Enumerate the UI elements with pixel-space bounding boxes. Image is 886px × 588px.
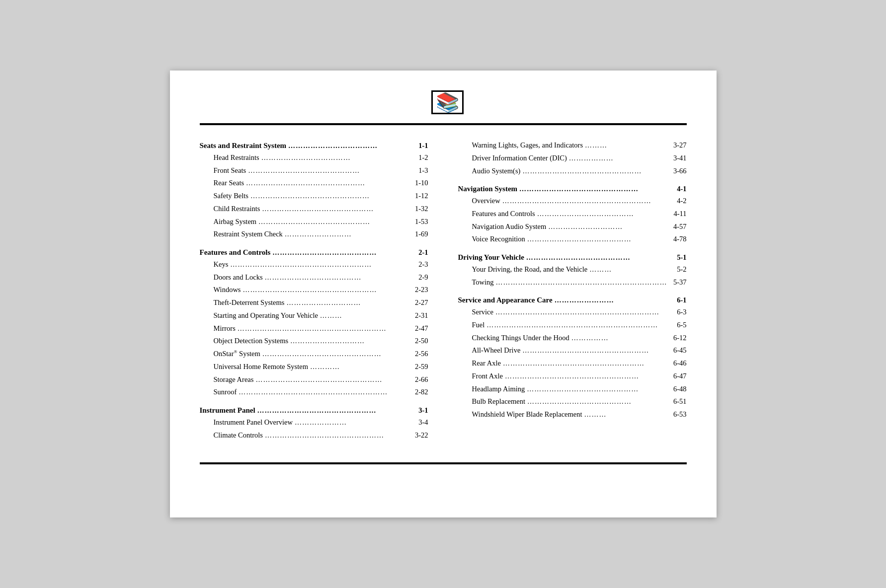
toc-sub-entry: Instrument Panel Overview ………………… 3-4 xyxy=(200,417,428,428)
toc-sub-entry: Headlamp Aiming ……………………………………… 6-48 xyxy=(458,384,687,395)
entry-page: 6-1 xyxy=(677,295,686,306)
entry-page: 6-5 xyxy=(677,320,686,331)
toc-sub-entry: Head Restraints ……………………………… 1-2 xyxy=(200,152,428,163)
toc-sub-entry: Features and Controls ………………………………… 4-11 xyxy=(458,209,687,220)
entry-title: Sunroof xyxy=(214,387,237,398)
entry-title: Object Detection Systems xyxy=(214,336,289,347)
entry-dots: ………………………………………………… xyxy=(503,358,671,368)
entry-dots: ………………………………………… xyxy=(522,166,671,176)
toc-sub-entry: OnStar® System ………………………………………… 2-56 xyxy=(200,349,428,360)
entry-title: Instrument Panel xyxy=(200,405,255,416)
entry-title: Your Driving, the Road, and the Vehicle xyxy=(472,264,588,275)
entry-title: Universal Home Remote System xyxy=(214,362,308,372)
entry-title: Child Restraints xyxy=(214,204,260,215)
entry-dots: ……………………………… xyxy=(261,152,416,163)
entry-page: 4-1 xyxy=(677,184,686,195)
entry-title: Features and Controls xyxy=(200,247,271,258)
entry-page: 2-27 xyxy=(415,297,428,308)
toc-sub-entry: Universal Home Remote System ………… 2-59 xyxy=(200,362,428,372)
entry-title: Restraint System Check xyxy=(214,229,283,240)
entry-dots: ………………………………………… xyxy=(519,184,675,194)
book-icon: 📚 xyxy=(431,90,464,114)
entry-title: Climate Controls xyxy=(214,430,263,441)
toc-sub-entry: Towing …………………………………………………………… 5-37 xyxy=(458,277,687,288)
toc-main-entry: Driving Your Vehicle …………………………………… 5-1 xyxy=(458,252,687,263)
entry-dots: ………………………………………… xyxy=(257,405,417,416)
entry-page: 5-1 xyxy=(677,252,686,263)
toc-sub-entry: Windshield Wiper Blade Replacement ……… 6… xyxy=(458,409,687,420)
entry-title: Seats and Restraint System xyxy=(200,140,287,151)
entry-title: Mirrors xyxy=(214,323,236,334)
toc-sub-entry: Bulb Replacement …………………………………… 6-51 xyxy=(458,396,687,407)
toc-sub-entry: Restraint System Check ……………………… 1-69 xyxy=(200,229,428,240)
toc-sub-entry: Climate Controls ………………………………………… 3-22 xyxy=(200,430,428,441)
toc-main-entry: Navigation System ………………………………………… 4-1 xyxy=(458,183,687,195)
entry-page: 2-50 xyxy=(415,336,428,347)
toc-sub-entry: Mirrors …………………………………………………… 2-47 xyxy=(200,323,428,334)
toc-sub-entry: Airbag System ……………………………………… 1-53 xyxy=(200,217,428,227)
entry-dots: …………………………………… xyxy=(272,247,416,258)
entry-page: 3-1 xyxy=(418,405,428,416)
entry-page: 3-22 xyxy=(415,430,428,441)
entry-dots: ………………………… xyxy=(290,336,413,346)
toc-sub-entry: Rear Axle ………………………………………………… 6-46 xyxy=(458,358,687,369)
entry-title: Theft-Deterrent Systems xyxy=(214,297,285,308)
entry-page: 2-56 xyxy=(415,349,428,360)
entry-dots: ………………………………………………………… xyxy=(495,307,675,317)
toc-sub-entry: Theft-Deterrent Systems ………………………… 2-27 xyxy=(200,297,428,308)
entry-page: 2-66 xyxy=(415,374,428,385)
entry-page: 6-47 xyxy=(673,371,687,382)
entry-page: 1-69 xyxy=(415,229,428,240)
entry-dots: ………………………………………………… xyxy=(230,259,416,270)
entry-title: Checking Things Under the Hood xyxy=(472,333,569,344)
entry-dots: ……………… xyxy=(569,153,671,163)
entry-title: Headlamp Aiming xyxy=(472,384,525,395)
entry-dots: ……………………………… xyxy=(288,141,416,151)
entry-dots: ……… xyxy=(320,310,413,321)
entry-title: Airbag System xyxy=(214,217,257,227)
entry-dots: …………………………………………………… xyxy=(238,323,413,334)
entry-page: 3-66 xyxy=(673,166,687,177)
entry-dots: ……………………………………… xyxy=(527,384,671,394)
title-area: 📚 xyxy=(200,90,687,114)
entry-dots: …………………………………… xyxy=(527,234,671,244)
entry-title: Front Seats xyxy=(214,165,246,176)
entry-dots: ………………………………… xyxy=(537,209,672,219)
entry-page: 4-78 xyxy=(673,234,687,245)
entry-title: Service xyxy=(472,307,493,318)
toc-sub-entry: Keys ………………………………………………… 2-3 xyxy=(200,259,428,270)
entry-title: Keys xyxy=(214,259,229,270)
entry-title: Doors and Locks xyxy=(214,272,263,283)
entry-title: Voice Recognition xyxy=(472,234,525,245)
entry-title: Instrument Panel Overview xyxy=(214,417,293,428)
page: 📚 Seats and Restraint System ……………………………… xyxy=(170,71,717,517)
entry-page: 1-10 xyxy=(415,178,428,189)
toc-sub-entry: Front Seats ……………………………………… 1-3 xyxy=(200,165,428,176)
entry-page: 2-3 xyxy=(418,259,428,270)
entry-page: 1-2 xyxy=(418,152,428,163)
entry-dots: …………………… xyxy=(555,295,675,305)
entry-page: 2-59 xyxy=(415,362,428,372)
entry-page: 2-47 xyxy=(415,323,428,334)
entry-page: 5-2 xyxy=(677,264,686,275)
entry-dots: ………………………………………… xyxy=(250,191,413,201)
entry-page: 1-12 xyxy=(415,191,428,202)
entry-page: 6-12 xyxy=(673,333,687,344)
entry-title: All-Wheel Drive xyxy=(472,345,521,356)
bottom-divider xyxy=(200,462,687,464)
toc-sub-entry: Object Detection Systems ………………………… 2-50 xyxy=(200,336,428,347)
toc-main-entry: Features and Controls …………………………………… 2-1 xyxy=(200,247,428,258)
toc-sub-entry: Overview …………………………………………………… 4-2 xyxy=(458,196,687,207)
entry-dots: …………… xyxy=(571,333,671,343)
entry-dots: …………………………………………… xyxy=(255,374,412,385)
toc-sub-entry: Your Driving, the Road, and the Vehicle … xyxy=(458,264,687,275)
entry-title: Storage Areas xyxy=(214,374,254,385)
entry-page: 3-41 xyxy=(673,153,687,164)
toc-main-entry: Instrument Panel ………………………………………… 3-1 xyxy=(200,405,428,416)
toc-sub-entry: Navigation Audio System ………………………… 4-57 xyxy=(458,221,687,232)
entry-dots: ……… xyxy=(589,264,675,275)
entry-page: 3-27 xyxy=(673,140,687,151)
entry-page: 6-45 xyxy=(673,345,687,356)
entry-title: Bulb Replacement xyxy=(472,396,526,407)
entry-dots: …………………………………………… xyxy=(522,345,671,356)
